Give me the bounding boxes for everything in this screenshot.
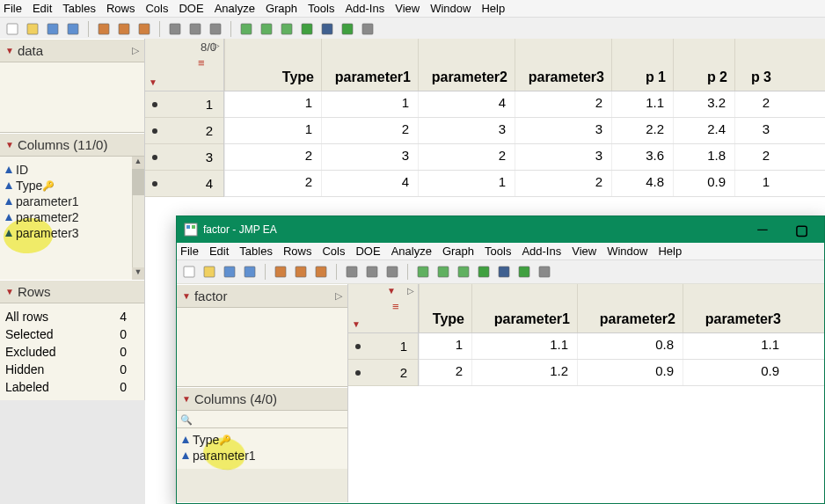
expand-icon[interactable]: ▷ (213, 40, 220, 50)
data-panel-header[interactable]: ▼ data ▷ (0, 39, 144, 62)
cell[interactable]: 1.2 (471, 360, 577, 385)
cell[interactable]: 2 (515, 171, 611, 196)
grid-icon[interactable] (237, 20, 255, 38)
copy-icon[interactable] (292, 263, 310, 281)
menu-addins[interactable]: Add-Ins (345, 2, 384, 15)
menu-analyze[interactable]: Analyze (391, 245, 432, 258)
menu-rows[interactable]: Rows (283, 245, 312, 258)
cell[interactable]: 3.6 (611, 144, 673, 170)
column-header[interactable]: parameter3 (515, 39, 611, 91)
cut-icon[interactable] (95, 20, 113, 38)
menu-file[interactable]: File (4, 2, 22, 15)
arrow-right-icon[interactable] (475, 263, 493, 281)
columns-icon[interactable] (343, 263, 361, 281)
yx-icon[interactable] (318, 20, 336, 38)
paste-icon[interactable] (312, 263, 330, 281)
cell[interactable]: 1.1 (683, 333, 788, 359)
cell[interactable]: 2.2 (611, 118, 673, 143)
cell[interactable]: 1.1 (611, 91, 673, 117)
columns-panel-header[interactable]: ▼ Columns (11/0) (0, 133, 144, 157)
freeze-icon[interactable] (278, 20, 296, 38)
menu-tables[interactable]: Tables (62, 2, 96, 15)
row-number[interactable]: 4 (145, 171, 223, 197)
column-header[interactable]: parameter3 (683, 284, 788, 332)
grid-icon[interactable] (414, 263, 432, 281)
menu-rows[interactable]: Rows (106, 2, 135, 15)
expand-icon[interactable]: ▷ (407, 286, 414, 296)
cell[interactable]: 1 (224, 118, 321, 143)
column-item[interactable]: ID (4, 162, 141, 178)
menu-view[interactable]: View (572, 245, 596, 258)
table-icon[interactable] (258, 20, 275, 38)
freeze-icon[interactable] (455, 263, 472, 281)
row-number[interactable]: 1 (145, 91, 223, 118)
scroll-thumb[interactable] (132, 169, 144, 195)
cell[interactable]: 3 (515, 118, 611, 143)
menu-graph[interactable]: Graph (442, 245, 474, 258)
cell[interactable]: 1 (734, 171, 778, 196)
column-header[interactable]: parameter2 (418, 39, 515, 91)
menu-addins[interactable]: Add-Ins (522, 245, 561, 258)
menu-tools[interactable]: Tools (485, 245, 511, 258)
inner-columns-panel-header[interactable]: ▼ Columns (4/0) (177, 387, 347, 411)
menu-tables[interactable]: Tables (239, 245, 273, 258)
open-icon[interactable] (24, 20, 41, 38)
row-number[interactable]: 2 (145, 118, 223, 144)
paste-icon[interactable] (135, 20, 153, 38)
disclosure-icon[interactable]: ▼ (387, 286, 396, 296)
cell[interactable]: 2 (419, 360, 471, 385)
save-icon[interactable] (221, 263, 238, 281)
menu-cols[interactable]: Cols (145, 2, 168, 15)
row-number[interactable]: 1 (348, 333, 418, 360)
arrow-right-icon[interactable] (298, 20, 316, 38)
columns-icon[interactable] (166, 20, 184, 38)
menu-doe[interactable]: DOE (355, 245, 380, 258)
column-header[interactable]: Type (224, 39, 321, 91)
cell[interactable]: 3.2 (673, 91, 734, 117)
open-icon[interactable] (201, 263, 218, 281)
maximize-button[interactable]: ▢ (782, 217, 821, 242)
cell[interactable]: 4 (418, 91, 515, 117)
cell[interactable]: 3 (321, 144, 418, 170)
cut-icon[interactable] (272, 263, 289, 281)
new-file-icon[interactable] (180, 263, 198, 281)
save-all-icon[interactable] (64, 20, 82, 38)
labels-icon[interactable] (363, 263, 381, 281)
column-header[interactable]: p 3 (734, 39, 778, 91)
cell[interactable]: 4 (321, 171, 418, 196)
menu-window[interactable]: Window (430, 2, 471, 15)
menu-tools[interactable]: Tools (308, 2, 334, 15)
cell[interactable]: 2 (734, 144, 778, 170)
save-icon[interactable] (44, 20, 62, 38)
cell[interactable]: 3 (418, 118, 515, 143)
disclosure-icon[interactable]: ▼ (149, 77, 157, 87)
column-item[interactable]: Type 🔑 (4, 178, 141, 194)
cell[interactable]: 1 (224, 91, 321, 117)
yx-icon[interactable] (495, 263, 513, 281)
reorder-icon[interactable] (383, 263, 401, 281)
labels-icon[interactable] (186, 20, 204, 38)
cell[interactable]: 2.4 (673, 118, 734, 143)
inner-factor-panel-header[interactable]: ▼ factor ▷ (177, 284, 347, 308)
column-header[interactable]: p 2 (673, 39, 734, 91)
menu-window[interactable]: Window (607, 245, 647, 258)
scroll-down-icon[interactable]: ▼ (132, 267, 144, 280)
cell[interactable]: 0.9 (683, 360, 788, 385)
cell[interactable]: 0.9 (673, 171, 734, 196)
menu-cols[interactable]: Cols (322, 245, 345, 258)
column-header[interactable]: parameter1 (471, 284, 577, 332)
flag-icon[interactable] (339, 20, 356, 38)
cell[interactable]: 2 (224, 171, 321, 196)
copy-icon[interactable] (115, 20, 133, 38)
column-header[interactable]: parameter2 (577, 284, 683, 332)
scroll-up-icon[interactable]: ▲ (132, 157, 144, 169)
menu-edit[interactable]: Edit (209, 245, 229, 258)
minimize-button[interactable]: ─ (743, 217, 782, 242)
grid-corner[interactable]: ≡ ▼ ▷ ▼ (348, 284, 419, 333)
reorder-icon[interactable] (207, 20, 224, 38)
filter-icon[interactable] (359, 20, 376, 38)
cell[interactable]: 2 (734, 91, 778, 117)
row-number[interactable]: 3 (145, 144, 223, 171)
expand-icon[interactable]: ▷ (335, 290, 342, 302)
cell[interactable]: 0.8 (577, 333, 683, 359)
